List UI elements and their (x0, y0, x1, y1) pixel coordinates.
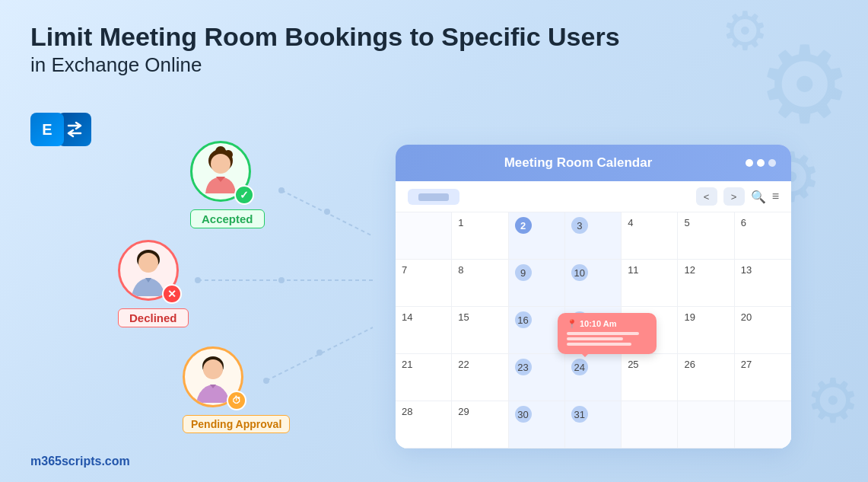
accepted-label: Accepted (190, 209, 265, 228)
calendar-prev-button[interactable]: < (696, 187, 717, 206)
calendar-cell[interactable]: 27 (735, 354, 791, 401)
svg-point-1 (278, 187, 285, 193)
pending-status-group: ⏱ Pending Approval (183, 346, 290, 433)
calendar-day-number: 1 (458, 217, 501, 228)
svg-point-12 (211, 154, 231, 174)
calendar-cell[interactable]: 1 (452, 212, 508, 260)
calendar-cell[interactable]: 4 (622, 212, 678, 260)
calendar-cell[interactable] (622, 401, 678, 448)
calendar-cell[interactable]: 12 (678, 260, 734, 307)
calendar-search-icon[interactable]: 🔍 (751, 190, 766, 204)
calendar-cell[interactable]: 30 (509, 401, 565, 448)
calendar-cell[interactable]: 8 (452, 260, 508, 307)
declined-label: Declined (118, 308, 189, 327)
calendar-day-number: 30 (515, 406, 532, 423)
calendar-cell[interactable]: 26 (678, 354, 734, 401)
calendar-day-number: 26 (684, 359, 727, 370)
calendar-cell[interactable]: 13 (735, 260, 791, 307)
accepted-status-group: ✓ Accepted (190, 141, 265, 228)
calendar-dots (746, 159, 776, 167)
meeting-room-calendar: Meeting Room Calendar < > 🔍 ≡ 1234567891… (396, 145, 791, 448)
exchange-logo-e: E (30, 113, 64, 146)
calendar-cell[interactable]: 9 (509, 260, 565, 307)
cal-dot-1 (746, 159, 753, 167)
calendar-cell[interactable] (396, 212, 452, 260)
calendar-cell[interactable]: 2 (509, 212, 565, 260)
calendar-cell[interactable]: 15 (452, 307, 508, 354)
calendar-day-number: 10 (571, 264, 588, 281)
cal-dot-2 (757, 159, 765, 167)
calendar-cell[interactable]: 21 (396, 354, 452, 401)
calendar-day-number: 21 (402, 359, 445, 370)
calendar-day-number: 31 (571, 406, 588, 423)
calendar-cell[interactable] (678, 401, 734, 448)
calendar-day-number: 14 (402, 311, 445, 323)
svg-point-14 (138, 253, 158, 273)
calendar-event-popup[interactable]: 📍 10:10 Am (558, 313, 657, 354)
calendar-day-number: 29 (458, 406, 501, 417)
calendar-cell[interactable]: 29 (452, 401, 508, 448)
title-section: Limit Meeting Room Bookings to Specific … (30, 21, 620, 78)
page-title-sub: in Exchange Online (30, 53, 620, 78)
calendar-cell[interactable]: 16 (509, 307, 565, 354)
gear-decoration-1: ⚙ (757, 23, 853, 147)
calendar-day-number: 13 (741, 264, 785, 276)
calendar-title: Meeting Room Calendar (411, 155, 746, 171)
accepted-badge: ✓ (234, 185, 254, 205)
calendar-day-number: 27 (741, 359, 785, 370)
calendar-day-number: 2 (515, 217, 532, 234)
calendar-cell[interactable]: 20 (735, 307, 791, 354)
calendar-month-selector[interactable] (408, 189, 459, 205)
event-time: 📍 10:10 Am (567, 319, 647, 329)
svg-line-0 (281, 190, 373, 236)
calendar-day-number: 23 (515, 359, 532, 375)
calendar-cell[interactable]: 25 (622, 354, 678, 401)
calendar-cell[interactable]: 6 (735, 212, 791, 260)
calendar-cell[interactable] (735, 401, 791, 448)
calendar-day-number: 11 (628, 264, 671, 276)
calendar-cell[interactable]: 11 (622, 260, 678, 307)
svg-point-4 (195, 277, 201, 283)
calendar-day-number: 25 (628, 359, 671, 370)
calendar-cell[interactable]: 10 (565, 260, 622, 307)
calendar-cell[interactable]: 22 (452, 354, 508, 401)
gear-decoration-3: ⚙ (806, 365, 860, 436)
calendar-day-number: 3 (571, 217, 588, 234)
calendar-day-number: 28 (402, 406, 445, 417)
calendar-day-number: 7 (402, 264, 445, 276)
calendar-cell[interactable]: 17 📍 10:10 Am (565, 307, 622, 354)
footer-brand: m365scripts.com (30, 455, 130, 468)
event-details (567, 332, 647, 346)
calendar-nav: < > 🔍 ≡ (396, 181, 791, 212)
calendar-next-button[interactable]: > (723, 187, 745, 206)
calendar-day-number: 8 (458, 264, 501, 276)
calendar-day-number: 9 (515, 264, 532, 281)
cal-dot-3 (768, 159, 776, 167)
calendar-nav-controls: < > 🔍 ≡ (696, 187, 779, 206)
location-pin-icon: 📍 (567, 319, 577, 328)
calendar-cell[interactable]: 5 (678, 212, 734, 260)
calendar-cell[interactable]: 31 (565, 401, 622, 448)
calendar-cell[interactable]: 14 (396, 307, 452, 354)
calendar-cell[interactable]: 28 (396, 401, 452, 448)
calendar-cell[interactable]: 24 (565, 354, 622, 401)
calendar-cell[interactable]: 23 (509, 354, 565, 401)
calendar-cell[interactable]: 19 (678, 307, 734, 354)
pending-badge: ⏱ (227, 391, 246, 410)
calendar-day-number: 16 (515, 311, 532, 328)
page-title-main: Limit Meeting Room Bookings to Specific … (30, 21, 620, 53)
calendar-day-number: 12 (684, 264, 727, 276)
exchange-logo: E (30, 113, 91, 146)
calendar-day-number: 4 (628, 217, 671, 228)
calendar-cell[interactable]: 3 (565, 212, 622, 260)
calendar-day-number: 22 (458, 359, 501, 370)
calendar-menu-icon[interactable]: ≡ (772, 190, 779, 203)
calendar-day-number: 15 (458, 311, 501, 323)
declined-status-group: ✕ Declined (118, 240, 189, 327)
declined-badge: ✕ (162, 284, 182, 304)
calendar-day-number: 5 (684, 217, 727, 228)
calendar-day-number: 20 (741, 311, 785, 323)
pending-label: Pending Approval (183, 415, 290, 433)
calendar-cell[interactable]: 7 (396, 260, 452, 307)
calendar-day-number: 6 (741, 217, 785, 228)
